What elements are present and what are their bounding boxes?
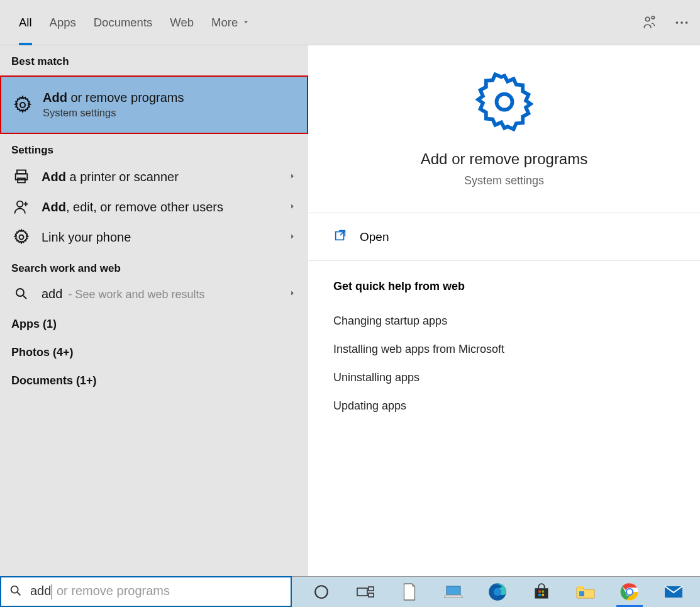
settings-item-link-phone[interactable]: Link your phone xyxy=(0,222,308,252)
svg-rect-28 xyxy=(579,591,584,596)
svg-point-21 xyxy=(494,588,502,596)
file-explorer-icon[interactable] xyxy=(564,577,608,607)
open-icon xyxy=(333,228,347,245)
svg-point-29 xyxy=(621,583,638,601)
chevron-right-icon xyxy=(288,232,297,243)
result-label: Add a printer or scanner xyxy=(42,170,179,184)
svg-rect-6 xyxy=(17,170,26,174)
result-label: add - See work and web results xyxy=(42,287,204,301)
svg-rect-22 xyxy=(535,588,548,598)
svg-point-20 xyxy=(489,583,506,601)
filter-documents[interactable]: Documents xyxy=(85,0,162,45)
quick-help-link[interactable]: Installing web apps from Microsoft xyxy=(333,335,675,364)
svg-point-10 xyxy=(19,235,24,240)
filter-apps[interactable]: Apps xyxy=(41,0,85,45)
laptop-icon[interactable] xyxy=(431,577,475,607)
chrome-icon[interactable] xyxy=(608,577,652,607)
search-icon xyxy=(9,584,23,599)
quick-help-link[interactable]: Uninstalling apps xyxy=(333,364,675,392)
svg-rect-8 xyxy=(18,178,25,182)
svg-point-9 xyxy=(17,201,23,207)
cortana-icon[interactable] xyxy=(299,577,343,607)
chevron-right-icon xyxy=(288,202,297,213)
user-plus-icon xyxy=(11,198,31,216)
taskbar-search-box[interactable]: add or remove programs xyxy=(0,576,292,607)
svg-rect-24 xyxy=(542,591,545,593)
chevron-down-icon xyxy=(242,16,250,30)
documents-category[interactable]: Documents (1+) xyxy=(0,364,308,393)
svg-rect-17 xyxy=(369,587,374,591)
svg-rect-26 xyxy=(542,594,545,596)
svg-point-30 xyxy=(626,588,634,596)
result-label: Add, edit, or remove other users xyxy=(42,200,223,214)
svg-point-1 xyxy=(652,16,654,18)
best-match-header: Best match xyxy=(0,45,308,73)
svg-rect-32 xyxy=(665,586,682,598)
feedback-icon[interactable] xyxy=(642,14,658,31)
filter-all[interactable]: All xyxy=(10,0,41,45)
libreoffice-icon[interactable] xyxy=(387,577,431,607)
search-suggestion-text: or remove programs xyxy=(53,584,170,598)
mail-icon[interactable] xyxy=(652,577,696,607)
preview-title: Add or remove programs xyxy=(421,150,587,168)
settings-item-users[interactable]: Add, edit, or remove other users xyxy=(0,192,308,222)
windows-search-panel: All Apps Documents Web More xyxy=(0,0,700,576)
svg-point-12 xyxy=(496,94,512,110)
svg-point-31 xyxy=(627,589,632,594)
quick-help-link[interactable]: Changing startup apps xyxy=(333,307,675,335)
svg-point-3 xyxy=(681,21,683,24)
filter-bar: All Apps Documents Web More xyxy=(0,0,700,45)
svg-rect-25 xyxy=(538,594,541,596)
quick-help-link[interactable]: Updating apps xyxy=(333,392,675,420)
svg-rect-16 xyxy=(357,588,367,596)
svg-rect-18 xyxy=(369,593,374,597)
best-match-result[interactable]: Add or remove programs System settings xyxy=(0,75,308,134)
filter-web[interactable]: Web xyxy=(161,0,203,45)
gear-icon xyxy=(473,70,536,135)
quick-help-header: Get quick help from web xyxy=(333,280,675,293)
result-label: Link your phone xyxy=(42,230,131,245)
preview-header: Add or remove programs System settings xyxy=(308,45,700,213)
svg-point-2 xyxy=(676,21,679,24)
svg-point-5 xyxy=(20,103,25,108)
svg-point-11 xyxy=(16,289,24,296)
svg-rect-27 xyxy=(577,586,583,589)
open-button[interactable]: Open xyxy=(308,213,700,261)
svg-point-0 xyxy=(645,17,650,21)
task-view-icon[interactable] xyxy=(343,577,387,607)
svg-rect-7 xyxy=(16,174,28,179)
search-typed-text: add xyxy=(30,584,51,598)
preview-column: Add or remove programs System settings O… xyxy=(308,45,700,576)
more-options-icon[interactable] xyxy=(674,14,690,31)
svg-point-15 xyxy=(315,586,328,598)
photos-category[interactable]: Photos (4+) xyxy=(0,336,308,364)
gear-icon xyxy=(11,228,31,246)
best-match-subtitle: System settings xyxy=(43,107,184,119)
results-column: Best match Add or remove programs System… xyxy=(0,45,308,576)
open-label: Open xyxy=(360,230,389,244)
filter-more[interactable]: More xyxy=(203,0,259,45)
svg-point-4 xyxy=(686,21,688,24)
chevron-right-icon xyxy=(288,172,297,182)
svg-rect-23 xyxy=(538,591,541,593)
search-web-header: Search work and web xyxy=(0,252,308,280)
quick-help-section: Get quick help from web Changing startup… xyxy=(308,261,700,439)
preview-subtitle: System settings xyxy=(464,174,544,187)
settings-item-printer[interactable]: Add a printer or scanner xyxy=(0,162,308,192)
gear-icon xyxy=(13,94,33,116)
edge-icon[interactable] xyxy=(475,577,519,607)
svg-rect-19 xyxy=(447,586,460,595)
apps-category[interactable]: Apps (1) xyxy=(0,308,308,336)
svg-rect-13 xyxy=(336,232,344,240)
best-match-title: Add or remove programs xyxy=(43,91,184,105)
microsoft-store-icon[interactable] xyxy=(519,577,564,607)
svg-point-14 xyxy=(11,586,18,593)
web-search-item[interactable]: add - See work and web results xyxy=(0,280,308,308)
settings-header: Settings xyxy=(0,134,308,162)
chevron-right-icon xyxy=(288,289,297,299)
printer-icon xyxy=(11,168,31,186)
search-icon xyxy=(11,286,31,301)
